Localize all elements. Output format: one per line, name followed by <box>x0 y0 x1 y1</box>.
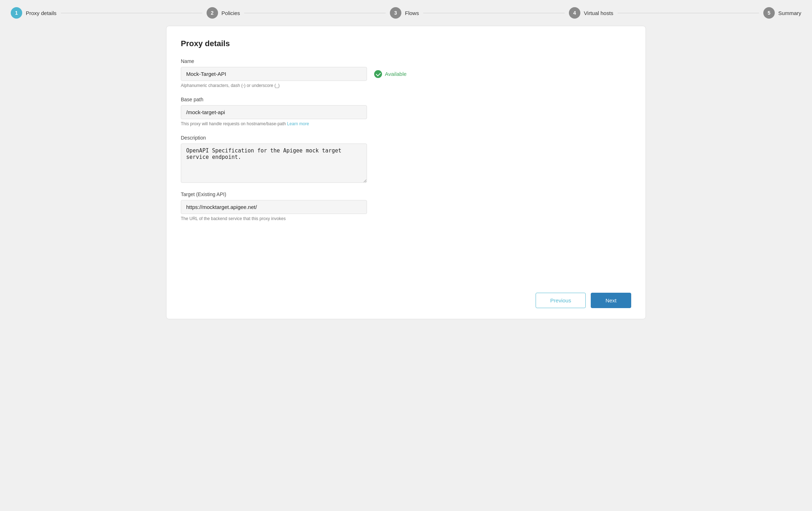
target-label: Target (Existing API) <box>181 191 631 197</box>
step-4-circle: 4 <box>569 7 580 19</box>
step-3-circle: 3 <box>390 7 401 19</box>
step-2: 2 Policies <box>207 7 240 19</box>
stepper: 1 Proxy details 2 Policies 3 Flows 4 Vir… <box>7 7 805 19</box>
step-1-number: 1 <box>15 10 18 16</box>
step-4-label: Virtual hosts <box>584 10 613 16</box>
base-path-label: Base path <box>181 97 631 102</box>
step-2-label: Policies <box>222 10 240 16</box>
step-line-3-4 <box>423 13 565 13</box>
step-5-label: Summary <box>778 10 801 16</box>
step-line-2-3 <box>244 13 386 13</box>
step-3: 3 Flows <box>390 7 419 19</box>
learn-more-link[interactable]: Learn more <box>287 121 309 126</box>
step-2-circle: 2 <box>207 7 218 19</box>
target-input[interactable] <box>181 200 367 214</box>
base-path-field-group: Base path This proxy will handle request… <box>181 97 631 126</box>
step-3-label: Flows <box>405 10 419 16</box>
name-input[interactable] <box>181 67 367 81</box>
button-row: Previous Next <box>536 293 631 308</box>
page-title: Proxy details <box>181 39 631 48</box>
available-badge: Available <box>374 70 407 78</box>
target-hint: The URL of the backend service that this… <box>181 216 631 221</box>
check-icon <box>374 70 382 78</box>
step-2-number: 2 <box>211 10 214 16</box>
name-field-row: Available <box>181 67 631 81</box>
step-1-circle: 1 <box>11 7 22 19</box>
target-field-group: Target (Existing API) The URL of the bac… <box>181 191 631 221</box>
step-5-circle: 5 <box>763 7 775 19</box>
name-hint: Alphanumeric characters, dash (-) or und… <box>181 83 631 88</box>
available-text: Available <box>385 71 407 77</box>
previous-button[interactable]: Previous <box>536 293 586 308</box>
base-path-input[interactable] <box>181 105 367 119</box>
step-1: 1 Proxy details <box>11 7 57 19</box>
step-3-number: 3 <box>394 10 397 16</box>
base-path-hint: This proxy will handle requests on hostn… <box>181 121 631 126</box>
step-4-number: 4 <box>573 10 576 16</box>
description-label: Description <box>181 135 631 141</box>
step-5: 5 Summary <box>763 7 801 19</box>
step-line-1-2 <box>61 13 202 13</box>
next-button[interactable]: Next <box>591 293 631 308</box>
step-1-label: Proxy details <box>26 10 57 16</box>
name-label: Name <box>181 58 631 64</box>
description-field-group: Description <box>181 135 631 183</box>
proxy-details-card: Proxy details Name Available Alphanumeri… <box>166 26 646 319</box>
step-line-4-5 <box>618 13 759 13</box>
description-input[interactable] <box>181 143 367 183</box>
step-4: 4 Virtual hosts <box>569 7 613 19</box>
name-field-group: Name Available Alphanumeric characters, … <box>181 58 631 88</box>
step-5-number: 5 <box>768 10 770 16</box>
